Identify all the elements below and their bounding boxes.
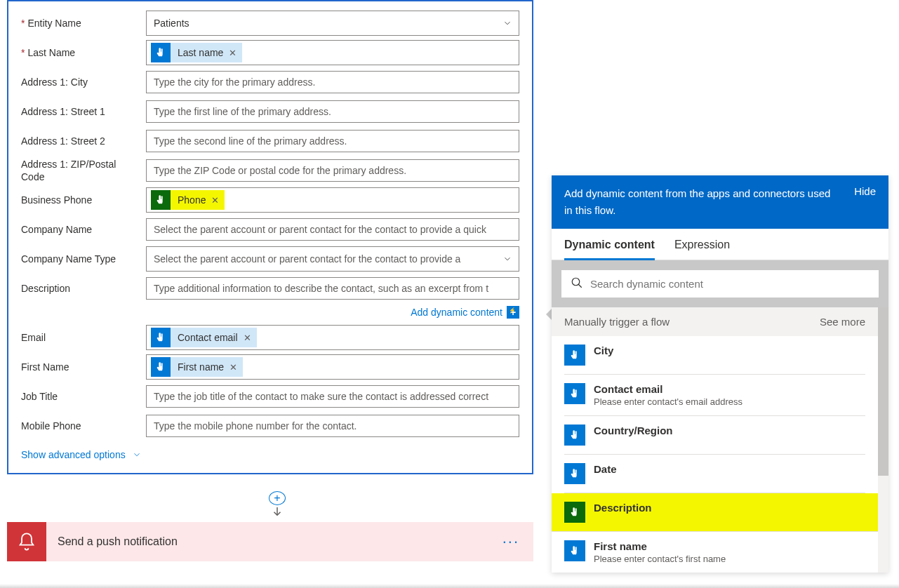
search-icon: [571, 276, 583, 291]
item-title: Description: [594, 502, 652, 514]
trigger-icon: [564, 502, 585, 523]
action-card: *Entity Name Patients *Last Name Last na…: [7, 0, 533, 474]
arrow-down-icon: [271, 505, 284, 520]
tab-expression[interactable]: Expression: [674, 239, 730, 260]
search-input[interactable]: [590, 278, 870, 290]
label-mobile: Mobile Phone: [21, 420, 140, 432]
label-company: Company Name: [21, 224, 140, 235]
job-title-input[interactable]: Type the job title of the contact to mak…: [146, 385, 519, 408]
dynamic-content-item[interactable]: First namePlease enter contact's first n…: [564, 532, 865, 573]
see-more-link[interactable]: See more: [820, 316, 865, 328]
dynamic-content-item[interactable]: Country/Region: [564, 416, 865, 455]
chevron-down-icon: [500, 252, 514, 266]
push-title: Send a push notification: [46, 535, 488, 548]
trigger-icon: [151, 357, 171, 377]
label-email: Email: [21, 332, 140, 343]
business-phone-input[interactable]: Phone ✕: [146, 187, 519, 213]
panel-header-text: Add dynamic content from the apps and co…: [564, 185, 840, 219]
remove-token-icon[interactable]: ✕: [211, 195, 219, 206]
chevron-down-icon: [500, 16, 514, 30]
tab-dynamic-content[interactable]: Dynamic content: [564, 239, 655, 260]
label-description: Description: [21, 283, 140, 294]
label-zip: Address 1: ZIP/Postal Code: [21, 158, 140, 183]
zip-input[interactable]: Type the ZIP Code or postal code for the…: [146, 159, 519, 182]
label-city: Address 1: City: [21, 76, 140, 88]
trigger-icon: [564, 463, 585, 484]
mobile-input[interactable]: Type the mobile phone number for the con…: [146, 415, 519, 437]
add-dynamic-content-button[interactable]: +⚡: [507, 306, 519, 319]
dynamic-content-item[interactable]: City: [564, 336, 865, 375]
item-title: Date: [594, 463, 617, 475]
company-type-select[interactable]: Select the parent account or parent cont…: [146, 246, 519, 272]
email-input[interactable]: Contact email ✕: [146, 325, 519, 350]
item-subtitle: Please enter contact's email address: [594, 396, 742, 407]
entity-name-select[interactable]: Patients: [146, 11, 519, 36]
token-first-name[interactable]: First name ✕: [151, 357, 243, 377]
last-name-input[interactable]: Last name ✕: [146, 40, 519, 65]
add-dynamic-content-link[interactable]: Add dynamic content: [411, 307, 502, 318]
trigger-icon: [564, 425, 585, 446]
label-street1: Address 1: Street 1: [21, 106, 140, 117]
label-job-title: Job Title: [21, 391, 140, 402]
add-step-button[interactable]: +: [269, 491, 286, 505]
panel-hide-button[interactable]: Hide: [854, 185, 876, 197]
dynamic-content-item[interactable]: Contact emailPlease enter contact's emai…: [564, 375, 865, 416]
label-street2: Address 1: Street 2: [21, 135, 140, 147]
item-subtitle: Please enter contact's first name: [594, 554, 726, 564]
push-notification-card[interactable]: Send a push notification ···: [7, 522, 533, 561]
description-input[interactable]: Type additional information to describe …: [146, 277, 519, 300]
chevron-down-icon: [130, 448, 144, 462]
street1-input[interactable]: Type the first line of the primary addre…: [146, 100, 519, 123]
svg-point-1: [572, 278, 580, 286]
remove-token-icon[interactable]: ✕: [229, 362, 237, 373]
trigger-icon: [564, 345, 585, 366]
trigger-icon: [151, 190, 171, 210]
dynamic-content-panel: Add dynamic content from the apps and co…: [552, 175, 888, 573]
dynamic-content-item[interactable]: Date: [564, 455, 865, 493]
trigger-icon: [151, 328, 171, 347]
company-input[interactable]: Select the parent account or parent cont…: [146, 218, 519, 241]
label-first-name: First Name: [21, 361, 140, 373]
remove-token-icon[interactable]: ✕: [244, 333, 251, 343]
first-name-input[interactable]: First name ✕: [146, 354, 519, 380]
remove-token-icon[interactable]: ✕: [229, 48, 237, 58]
token-contact-email[interactable]: Contact email ✕: [151, 328, 257, 347]
label-company-type: Company Name Type: [21, 253, 140, 265]
show-advanced-options-link[interactable]: Show advanced options: [21, 441, 144, 462]
trigger-icon: [564, 383, 585, 404]
city-input[interactable]: Type the city for the primary address.: [146, 71, 519, 93]
trigger-icon: [151, 43, 171, 62]
bell-icon: [7, 522, 46, 561]
label-entity-name: *Entity Name: [21, 18, 140, 29]
token-phone[interactable]: Phone ✕: [151, 190, 225, 210]
trigger-icon: [564, 540, 585, 561]
panel-scrollbar[interactable]: [878, 307, 888, 573]
search-dynamic-content[interactable]: [561, 270, 879, 298]
street2-input[interactable]: Type the second line of the primary addr…: [146, 130, 519, 152]
group-title: Manually trigger a flow: [564, 316, 670, 328]
flow-connector: +: [268, 491, 286, 519]
label-last-name: *Last Name: [21, 47, 140, 58]
item-title: City: [594, 345, 613, 356]
item-title: Country/Region: [594, 425, 673, 436]
token-last-name[interactable]: Last name ✕: [151, 43, 242, 62]
card-more-button[interactable]: ···: [488, 533, 533, 551]
svg-line-2: [578, 284, 582, 288]
dynamic-content-item[interactable]: Description: [552, 493, 878, 532]
item-title: Contact email: [594, 383, 742, 395]
item-title: First name: [594, 540, 726, 552]
label-business-phone: Business Phone: [21, 194, 140, 206]
